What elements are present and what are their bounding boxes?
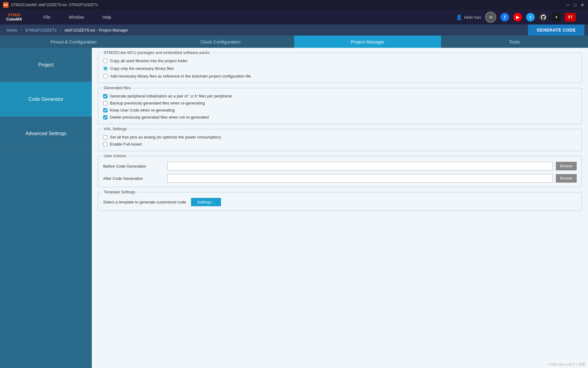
menu-file[interactable]: File <box>34 10 60 25</box>
before-code-gen-row: Before Code Generation Browse <box>103 162 577 170</box>
minimize-button[interactable]: ─ <box>565 2 570 7</box>
menu-help[interactable]: Help <box>93 10 120 25</box>
menu-bar: STM32 CubeMX File Window Help 👤 Hello ha… <box>0 10 588 25</box>
radio-copy-necessary-input[interactable] <box>103 66 108 71</box>
hal-settings-section: HAL Settings Set all free pins as analog… <box>98 129 582 151</box>
after-code-gen-label: After Code Generation <box>103 176 164 181</box>
cb-backup-files[interactable]: Backup previously generated files when r… <box>103 101 577 105</box>
user-greeting: 👤 Hello han <box>456 14 481 20</box>
cb-backup-files-input[interactable] <box>103 101 107 105</box>
mcu-packages-section: STM32Cube MCU packages and embedded soft… <box>98 53 582 83</box>
github-icon[interactable] <box>539 13 548 21</box>
cb-delete-generated-input[interactable] <box>103 115 107 120</box>
sidebar-item-code-generator[interactable]: Code Generator <box>0 82 92 116</box>
app-icon: MX <box>3 2 9 8</box>
before-code-gen-label: Before Code Generation <box>103 164 164 169</box>
before-code-gen-browse[interactable]: Browse <box>556 162 577 170</box>
youtube-icon[interactable]: ▶ <box>513 13 522 21</box>
sidebar-item-project[interactable]: Project <box>0 48 92 82</box>
sidebar: Project Code Generator Advanced Settings <box>0 48 92 368</box>
hal-settings-title: HAL Settings <box>102 127 129 131</box>
radio-copy-all[interactable]: Copy all used libraries into the project… <box>103 59 577 63</box>
breadcrumb-bar: Home › STM32F103ZETx › xkbF103ZET6.ioc -… <box>0 25 588 36</box>
radio-copy-all-input[interactable] <box>103 59 108 63</box>
breadcrumb-project[interactable]: xkbF103ZET6.ioc - Project Manager <box>61 28 131 32</box>
tab-project-manager[interactable]: Project Manager <box>294 36 441 48</box>
radio-add-reference[interactable]: Add necessary library files as reference… <box>103 74 577 78</box>
twitter-icon[interactable]: t <box>526 13 535 21</box>
cb-keep-user-code[interactable]: Keep User Code when re-generating <box>103 108 577 112</box>
window-title: STM32CubeMX xkbF103ZET6.ioc: STM32F103ZE… <box>11 3 565 7</box>
user-section: 👤 Hello han 10 f ▶ t ✦ ST <box>450 10 582 25</box>
sidebar-item-advanced-settings[interactable]: Advanced Settings <box>0 116 92 151</box>
after-code-gen-browse[interactable]: Browse <box>556 174 577 183</box>
version-badge[interactable]: 10 <box>485 12 496 23</box>
breadcrumb-home[interactable]: Home <box>4 28 21 32</box>
network-icon[interactable]: ✦ <box>552 13 560 21</box>
template-settings-button[interactable]: Settings... <box>191 198 221 206</box>
cb-enable-full-assert-input[interactable] <box>103 142 107 146</box>
facebook-icon[interactable]: f <box>500 13 509 21</box>
mcu-packages-title: STM32Cube MCU packages and embedded soft… <box>102 50 212 55</box>
title-bar: MX STM32CubeMX xkbF103ZET6.ioc: STM32F10… <box>0 0 588 10</box>
after-code-gen-input[interactable] <box>167 174 553 183</box>
generated-files-title: Generated files <box>102 85 133 90</box>
hal-settings-options: Set all free pins as analog (to optimize… <box>103 132 577 146</box>
before-code-gen-input[interactable] <box>167 162 553 170</box>
cb-peripheral-init[interactable]: Generate peripheral initialization as a … <box>103 94 577 98</box>
after-code-gen-row: After Code Generation Browse <box>103 174 577 183</box>
cb-free-pins-analog[interactable]: Set all free pins as analog (to optimize… <box>103 135 577 139</box>
template-settings-title: Template Settings <box>102 190 137 194</box>
tab-tools[interactable]: Tools <box>441 36 588 48</box>
generated-files-options: Generate peripheral initialization as a … <box>103 91 577 120</box>
template-settings-section: Template Settings Select a template to g… <box>98 192 582 211</box>
main-tabs: Pinout & Configuration Clock Configurati… <box>0 36 588 48</box>
content-area: Project Code Generator Advanced Settings… <box>0 48 588 368</box>
template-row: Select a template to generate customized… <box>103 195 577 206</box>
template-description: Select a template to generate customized… <box>103 200 186 204</box>
window-controls: ─ □ ✕ <box>565 2 585 7</box>
tab-pinout-configuration[interactable]: Pinout & Configuration <box>0 36 147 48</box>
breadcrumb-chip[interactable]: STM32F103ZETx <box>22 28 60 32</box>
mcu-packages-options: Copy all used libraries into the project… <box>103 56 577 78</box>
main-content: STM32Cube MCU packages and embedded soft… <box>92 48 588 368</box>
tab-clock-configuration[interactable]: Clock Configuration <box>147 36 294 48</box>
generate-code-button[interactable]: GENERATE CODE <box>528 25 584 36</box>
cb-peripheral-init-input[interactable] <box>103 94 107 98</box>
user-actions-section: User Actions Before Code Generation Brow… <box>98 156 582 187</box>
radio-add-reference-input[interactable] <box>103 74 108 78</box>
menu-window[interactable]: Window <box>60 10 93 25</box>
cb-keep-user-code-input[interactable] <box>103 108 107 112</box>
st-icon[interactable]: ST <box>565 13 576 21</box>
radio-copy-necessary[interactable]: Copy only the necessary library files <box>103 66 577 71</box>
cb-free-pins-analog-input[interactable] <box>103 135 107 139</box>
user-actions-title: User Actions <box>102 154 128 158</box>
cb-enable-full-assert[interactable]: Enable Full Assert <box>103 142 577 146</box>
close-button[interactable]: ✕ <box>580 2 585 7</box>
cb-delete-generated[interactable]: Delete previously generated files when n… <box>103 115 577 120</box>
maximize-button[interactable]: □ <box>573 2 578 7</box>
watermark: CSDN @hczz攻个人博客 <box>548 362 586 367</box>
app-logo: STM32 CubeMX <box>6 13 22 22</box>
user-actions-grid: Before Code Generation Browse After Code… <box>103 159 577 183</box>
generated-files-section: Generated files Generate peripheral init… <box>98 88 582 124</box>
